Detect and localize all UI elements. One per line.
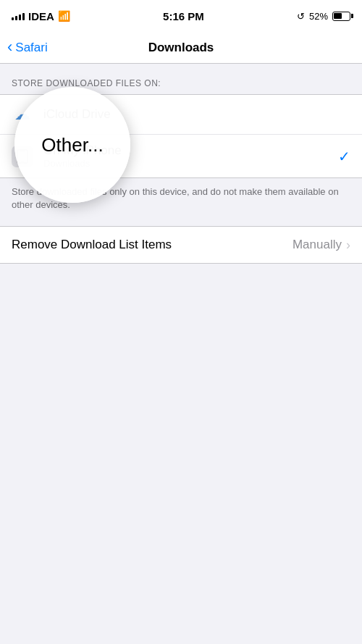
status-right: ↺ 52% — [297, 11, 350, 22]
navigation-bar: ‹ Safari Downloads — [0, 32, 362, 64]
selected-checkmark-icon: ✓ — [338, 148, 350, 165]
signal-bar-3 — [19, 14, 21, 20]
battery-fill — [334, 13, 341, 19]
context-menu-circle[interactable]: Other... — [14, 87, 130, 203]
remove-download-value: Manually — [292, 238, 342, 252]
back-chevron-icon: ‹ — [7, 39, 12, 55]
status-bar: IDEA 📶 5:16 PM ↺ 52% — [0, 0, 362, 32]
carrier-label: IDEA — [28, 10, 54, 22]
rotation-lock-icon: ↺ — [297, 11, 305, 22]
status-left: IDEA 📶 — [12, 10, 70, 22]
wifi-icon: 📶 — [58, 10, 70, 22]
page-title: Downloads — [148, 41, 214, 55]
battery-percent-label: 52% — [309, 11, 328, 22]
context-menu-label: Other... — [41, 134, 103, 156]
back-button[interactable]: ‹ Safari — [7, 40, 48, 55]
battery-icon — [332, 12, 350, 21]
chevron-right-icon: › — [346, 238, 350, 253]
remove-download-label: Remove Download List Items — [12, 238, 292, 252]
back-label: Safari — [15, 41, 47, 55]
remove-download-row[interactable]: Remove Download List Items Manually › — [0, 227, 362, 263]
context-menu-overlay: Other... — [14, 87, 130, 203]
status-time: 5:16 PM — [163, 10, 204, 22]
signal-bar-2 — [15, 16, 17, 20]
remove-download-section: Remove Download List Items Manually › — [0, 226, 362, 264]
signal-bar-1 — [12, 17, 14, 20]
signal-bars-icon — [12, 12, 25, 20]
signal-bar-4 — [22, 13, 25, 20]
battery-indicator — [332, 12, 350, 21]
